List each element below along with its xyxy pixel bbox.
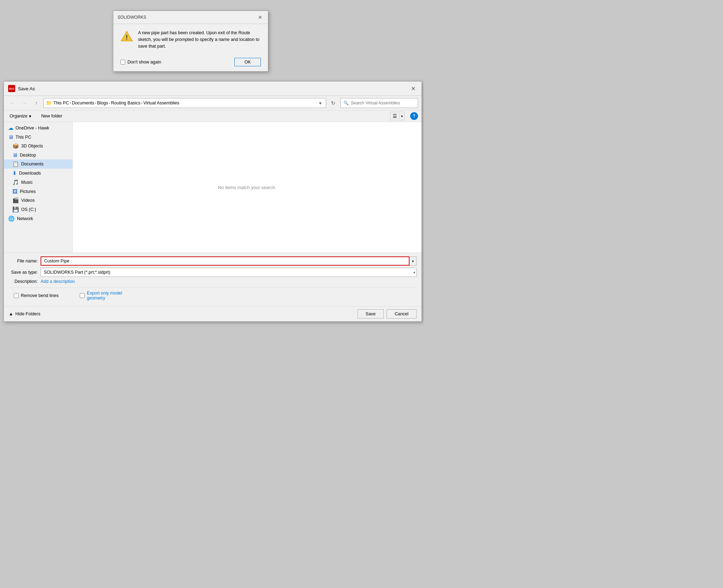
alert-footer: Don't show again OK — [113, 55, 268, 71]
remove-bend-lines-checkbox[interactable] — [14, 293, 19, 298]
videos-icon: 🎬 — [12, 197, 19, 204]
os-c-icon: 💾 — [12, 206, 19, 213]
forward-button[interactable]: → — [19, 98, 29, 108]
empty-message: No items match your search. — [218, 185, 276, 190]
sidebar-item-onedrive[interactable]: ☁ OneDrive - Hawk — [4, 123, 72, 133]
dialog-title-bar: 2021 Save As ✕ — [4, 81, 422, 96]
dont-show-again-checkbox[interactable] — [120, 60, 125, 65]
file-name-row: File name: ▾ — [9, 256, 417, 266]
chevron-up-icon: ▲ — [9, 311, 13, 316]
save-type-label: Save as type: — [9, 270, 41, 275]
3d-objects-icon: 📦 — [12, 143, 19, 149]
dialog-footer: ▲ Hide Folders Save Cancel — [4, 306, 422, 321]
view-dropdown-icon[interactable]: ▾ — [399, 113, 404, 119]
save-button[interactable]: Save — [358, 309, 384, 319]
bottom-section: File name: ▾ Save as type: SOLIDWORKS Pa… — [4, 253, 422, 306]
footer-buttons: Save Cancel — [358, 309, 417, 319]
sidebar: ☁ OneDrive - Hawk 🖥 This PC 📦 3D Objects… — [4, 122, 73, 253]
description-label: Description: — [9, 279, 41, 284]
address-bar[interactable]: 📁 This PC › Documents › Blogs › Routing … — [43, 98, 326, 108]
svg-text:!: ! — [126, 34, 128, 41]
pictures-icon: 🖼 — [12, 188, 18, 194]
organize-button[interactable]: Organize ▾ — [7, 113, 34, 120]
alert-body: ! A new pipe part has been created. Upon… — [113, 24, 268, 55]
navigation-toolbar: ← → ↑ 📁 This PC › Documents › Blogs › Ro… — [4, 96, 422, 110]
second-toolbar: Organize ▾ New folder ☰ ▾ ? — [4, 110, 422, 122]
view-icon: ☰ — [390, 112, 399, 120]
onedrive-icon: ☁ — [8, 125, 13, 131]
dont-show-again-label[interactable]: Don't show again — [120, 60, 161, 65]
alert-title: SOLIDWORKS — [118, 15, 146, 20]
desktop-icon: 🖥 — [12, 152, 18, 158]
address-path: This PC › Documents › Blogs › Routing Ba… — [53, 101, 315, 105]
downloads-icon: ⬇ — [12, 170, 17, 176]
warning-icon: ! — [120, 30, 133, 42]
remove-bend-lines-label[interactable]: Remove bend lines — [14, 293, 59, 298]
solidworks-icon: 2021 — [8, 85, 15, 92]
checkbox-section: Remove bend lines Export only modelgeome… — [9, 287, 417, 304]
organize-dropdown-icon: ▾ — [29, 114, 31, 119]
file-name-dropdown-button[interactable]: ▾ — [410, 256, 417, 266]
search-box[interactable]: 🔍 — [340, 98, 418, 108]
sidebar-item-3d-objects[interactable]: 📦 3D Objects — [4, 141, 72, 151]
dialog-close-button[interactable]: ✕ — [409, 84, 417, 93]
save-type-select[interactable]: SOLIDWORKS Part (*.prt;*.sldprt) — [41, 268, 417, 277]
cancel-button[interactable]: Cancel — [387, 309, 417, 319]
sidebar-item-network[interactable]: 🌐 Network — [4, 214, 72, 223]
this-pc-icon: 🖥 — [8, 134, 13, 140]
sidebar-item-music[interactable]: 🎵 Music — [4, 178, 72, 187]
music-icon: 🎵 — [12, 179, 19, 186]
save-as-dialog: 2021 Save As ✕ ← → ↑ 📁 This PC › Documen… — [4, 81, 422, 322]
sidebar-scroll: ☁ OneDrive - Hawk 🖥 This PC 📦 3D Objects… — [4, 122, 72, 253]
export-only-checkbox[interactable] — [80, 293, 85, 298]
dialog-title: Save As — [18, 86, 35, 91]
add-description-link[interactable]: Add a description — [41, 279, 75, 284]
address-folder-icon: 📁 — [46, 100, 52, 106]
new-folder-button[interactable]: New folder — [39, 113, 65, 120]
documents-icon: 📋 — [12, 161, 19, 167]
file-name-input[interactable] — [41, 256, 410, 266]
alert-title-bar: SOLIDWORKS ✕ — [113, 11, 268, 24]
sidebar-item-desktop[interactable]: 🖥 Desktop — [4, 151, 72, 159]
dialog-title-left: 2021 Save As — [8, 85, 35, 92]
network-icon: 🌐 — [8, 216, 15, 222]
sidebar-item-videos[interactable]: 🎬 Videos — [4, 196, 72, 205]
search-input[interactable] — [351, 101, 407, 105]
refresh-button[interactable]: ↻ — [328, 98, 338, 108]
alert-message: A new pipe part has been created. Upon e… — [138, 30, 261, 49]
alert-ok-button[interactable]: OK — [234, 58, 261, 66]
export-only-model-label[interactable]: Export only modelgeometry — [80, 291, 122, 301]
file-name-label: File name: — [9, 259, 41, 263]
sidebar-item-documents[interactable]: 📋 Documents — [4, 159, 72, 169]
sidebar-item-this-pc[interactable]: 🖥 This PC — [4, 133, 72, 141]
help-button[interactable]: ? — [410, 112, 418, 120]
hide-folders-button[interactable]: ▲ Hide Folders — [9, 311, 40, 316]
description-row: Description: Add a description — [9, 279, 417, 284]
save-type-row: Save as type: SOLIDWORKS Part (*.prt;*.s… — [9, 268, 417, 277]
view-button[interactable]: ☰ ▾ — [390, 112, 405, 120]
file-area: No items match your search. — [73, 122, 422, 253]
sidebar-item-downloads[interactable]: ⬇ Downloads — [4, 169, 72, 178]
sidebar-item-pictures[interactable]: 🖼 Pictures — [4, 187, 72, 196]
main-content: ☁ OneDrive - Hawk 🖥 This PC 📦 3D Objects… — [4, 122, 422, 253]
address-dropdown-button[interactable]: ▾ — [317, 101, 324, 106]
sidebar-item-os-c[interactable]: 💾 OS (C:) — [4, 205, 72, 214]
alert-dialog: SOLIDWORKS ✕ ! A new pipe part has been … — [113, 11, 268, 72]
back-button[interactable]: ← — [7, 98, 17, 108]
up-button[interactable]: ↑ — [31, 98, 41, 108]
search-icon: 🔍 — [343, 101, 349, 105]
alert-close-button[interactable]: ✕ — [257, 14, 264, 21]
